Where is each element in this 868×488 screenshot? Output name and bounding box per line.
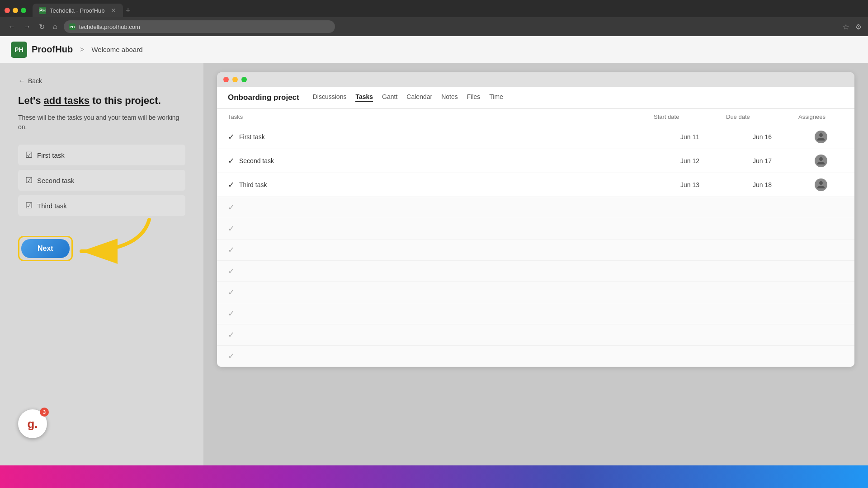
forward-button[interactable]: → [22, 21, 33, 33]
task-input-first[interactable]: ☑ First task [18, 145, 185, 165]
table-row[interactable]: ✓ [217, 303, 854, 324]
table-header: Tasks Start date Due date Assignees [217, 109, 854, 125]
bottom-bar [0, 465, 868, 488]
task-check-icon-2: ☑ [25, 175, 33, 185]
nav-tasks[interactable]: Tasks [355, 93, 373, 102]
table-row[interactable]: ✓ [217, 324, 854, 346]
g-icon: g. [27, 417, 38, 431]
task-checkmark-2: ✓ [228, 156, 235, 166]
task-name-1: First task [239, 133, 265, 141]
address-favicon: PH [69, 23, 75, 30]
nav-notes[interactable]: Notes [441, 93, 458, 102]
table-row[interactable]: ✓ [217, 346, 854, 367]
breadcrumb-separator: > [80, 46, 84, 54]
due-date-2: Jun 17 [726, 157, 798, 164]
empty-check: ✓ [228, 202, 235, 212]
tl-red[interactable] [5, 8, 10, 13]
nav-discussions[interactable]: Discussions [313, 93, 347, 102]
avatar-1 [815, 131, 827, 143]
empty-check: ✓ [228, 351, 235, 361]
nav-actions: ☆ ⚙ [843, 23, 862, 31]
arrow-annotation [68, 215, 158, 274]
col-tasks: Tasks [228, 113, 654, 120]
panel-description: These will be the tasks you and your tea… [18, 113, 185, 132]
right-panel: Onboarding project Discussions Tasks Gan… [203, 63, 868, 465]
tl-green[interactable] [21, 8, 26, 13]
panel-title: Let's add tasks to this project. [18, 95, 185, 107]
tab-favicon: PH [39, 7, 46, 14]
main-layout: ← Back Let's add tasks to this project. … [0, 63, 868, 465]
avatar-2 [815, 155, 827, 167]
table-row[interactable]: ✓ Second task Jun 12 Jun 17 [217, 149, 854, 173]
table-row[interactable]: ✓ [217, 197, 854, 218]
task-input-third[interactable]: ☑ Third task [18, 195, 185, 216]
project-window: Onboarding project Discussions Tasks Gan… [217, 72, 854, 367]
address-bar[interactable]: PH techdella.proofhub.com [64, 20, 335, 33]
task-name-3: Third task [239, 181, 267, 188]
task-label-3: Third task [37, 202, 67, 210]
next-button-container: Next [18, 236, 73, 261]
table-row[interactable]: ✓ [217, 218, 854, 239]
table-row[interactable]: ✓ Third task Jun 13 Jun 18 [217, 173, 854, 197]
nav-calendar[interactable]: Calendar [406, 93, 432, 102]
next-button[interactable]: Next [21, 239, 70, 258]
tab-close-icon[interactable]: ✕ [111, 7, 116, 14]
back-arrow-icon: ← [18, 77, 25, 85]
address-text: techdella.proofhub.com [79, 23, 140, 30]
task-check-icon-1: ☑ [25, 150, 33, 160]
left-panel: ← Back Let's add tasks to this project. … [0, 63, 203, 465]
app-header: PH ProofHub > Welcome aboard [0, 36, 868, 63]
reload-button[interactable]: ↻ [37, 21, 47, 33]
task-input-second[interactable]: ☑ Second task [18, 170, 185, 191]
task-label-2: Second task [37, 177, 75, 184]
home-button[interactable]: ⌂ [51, 21, 59, 33]
window-chrome [217, 72, 854, 87]
start-date-2: Jun 12 [654, 157, 726, 164]
assignee-cell-3 [798, 178, 844, 191]
breadcrumb-item: Welcome aboard [91, 46, 142, 53]
tab-bar: PH Techdella - ProofHub ✕ + [0, 0, 868, 17]
back-link[interactable]: ← Back [18, 77, 185, 85]
tab-title: Techdella - ProofHub [50, 7, 104, 14]
back-button[interactable]: ← [6, 21, 17, 33]
task-label-1: First task [37, 151, 65, 159]
tl-yellow[interactable] [13, 8, 18, 13]
empty-check: ✓ [228, 245, 235, 255]
empty-check: ✓ [228, 330, 235, 340]
table-row[interactable]: ✓ [217, 282, 854, 303]
window-dot-red [223, 77, 229, 82]
project-nav: Discussions Tasks Gantt Calendar Notes F… [313, 93, 503, 102]
page-content: PH ProofHub > Welcome aboard ← Back Let'… [0, 36, 868, 465]
browser-tab[interactable]: PH Techdella - ProofHub ✕ [33, 4, 123, 17]
window-dot-yellow [232, 77, 238, 82]
project-title: Onboarding project [228, 93, 299, 102]
empty-check: ✓ [228, 309, 235, 319]
task-name-cell: ✓ Second task [228, 156, 654, 166]
empty-check: ✓ [228, 224, 235, 234]
nav-gantt[interactable]: Gantt [382, 93, 397, 102]
window-dot-green [241, 77, 247, 82]
new-tab-button[interactable]: + [126, 6, 131, 15]
table-row[interactable]: ✓ [217, 239, 854, 261]
traffic-lights [5, 8, 26, 13]
table-row[interactable]: ✓ [217, 261, 854, 282]
g-badge: 3 [40, 408, 49, 417]
logo-text: ProofHub [32, 44, 73, 55]
extensions-button[interactable]: ⚙ [855, 23, 862, 31]
empty-check: ✓ [228, 266, 235, 276]
nav-files[interactable]: Files [467, 93, 481, 102]
task-name-2: Second task [239, 157, 274, 164]
col-due-date: Due date [726, 113, 798, 120]
task-name-cell: ✓ Third task [228, 180, 654, 190]
g-icon-container: g. 3 [18, 409, 47, 438]
due-date-3: Jun 18 [726, 181, 798, 188]
nav-bar: ← → ↻ ⌂ PH techdella.proofhub.com ☆ ⚙ [0, 17, 868, 36]
project-header: Onboarding project Discussions Tasks Gan… [217, 87, 854, 109]
col-assignees: Assignees [798, 113, 844, 120]
empty-check: ✓ [228, 287, 235, 297]
table-row[interactable]: ✓ First task Jun 11 Jun 16 [217, 125, 854, 149]
nav-time[interactable]: Time [489, 93, 503, 102]
start-date-3: Jun 13 [654, 181, 726, 188]
start-date-1: Jun 11 [654, 133, 726, 141]
bookmark-button[interactable]: ☆ [843, 23, 849, 31]
